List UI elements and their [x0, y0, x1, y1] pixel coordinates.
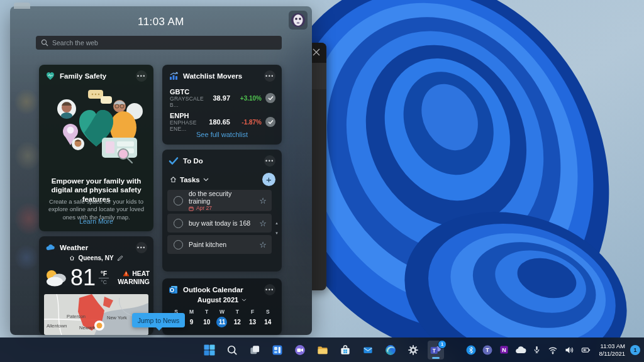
task-view-icon: [248, 344, 261, 356]
settings-button[interactable]: [405, 341, 421, 359]
weather-cloud-icon: [45, 243, 55, 253]
ticker-name: GRAYSCALE B...: [170, 96, 209, 108]
close-icon[interactable]: [312, 48, 321, 57]
ticker-price: 38.97: [213, 94, 230, 102]
avatar-image: [290, 12, 306, 28]
widgets-icon: [271, 344, 284, 356]
chat-button[interactable]: [292, 341, 308, 359]
family-safety-title: Family Safety: [60, 72, 106, 80]
ticker-change: +3.10%: [234, 95, 262, 102]
weather-alert[interactable]: HEAT WARNING: [118, 270, 150, 286]
calendar-date[interactable]: 12: [230, 316, 245, 328]
watchlist-check-icon[interactable]: [265, 117, 275, 127]
tray-date: 8/11/2021: [599, 350, 625, 358]
todo-check-icon: [169, 156, 179, 166]
clock-date-display[interactable]: 11:03 AM 8/11/2021: [599, 343, 625, 358]
calendar-date[interactable]: 9: [184, 316, 199, 328]
taskbar-search-button[interactable]: [224, 341, 240, 359]
wifi-icon[interactable]: [546, 342, 560, 358]
star-icon[interactable]: ☆: [259, 240, 267, 250]
map-label-newark: Newark: [79, 325, 96, 331]
mail-icon: [362, 344, 374, 356]
star-icon[interactable]: ☆: [259, 196, 267, 206]
battery-icon[interactable]: [579, 342, 592, 358]
store-button[interactable]: [337, 341, 353, 359]
profile-avatar[interactable]: [289, 11, 308, 30]
taskbar: T 1 T N: [0, 337, 644, 362]
map-label-paterson: Paterson: [67, 314, 86, 319]
task-item[interactable]: Paint kitchen ☆: [167, 235, 272, 254]
watchlist-chart-icon: [169, 71, 179, 81]
watchlist-title: Watchlist Movers: [183, 72, 242, 80]
chevron-down-icon: [203, 178, 209, 182]
temperature-value: 81: [70, 266, 96, 289]
todo-widget[interactable]: To Do Tasks + do the security training: [162, 150, 282, 272]
watchlist-widget[interactable]: Watchlist Movers GBTC GRAYSCALE B... 38.…: [162, 65, 282, 145]
watchlist-row-gbtc[interactable]: GBTC GRAYSCALE B... 38.97 +3.10%: [162, 86, 282, 110]
notification-center-badge[interactable]: 1: [630, 345, 640, 355]
more-options-button[interactable]: [264, 155, 275, 167]
task-due-date: Apr 27: [196, 206, 212, 212]
ticker-symbol: GBTC: [170, 88, 209, 96]
month-selector[interactable]: August 2021: [162, 296, 282, 304]
task-complete-checkbox[interactable]: [174, 219, 183, 228]
search-input[interactable]: [36, 36, 282, 50]
chat-camera-icon: [294, 344, 306, 356]
calendar-date[interactable]: 14: [260, 316, 275, 328]
watchlist-check-icon[interactable]: [265, 93, 275, 103]
see-full-watchlist-link[interactable]: See full watchlist: [162, 131, 282, 138]
task-item[interactable]: buy wait today is 168 ☆: [167, 214, 272, 233]
windows-start-icon: [203, 344, 216, 356]
edge-button[interactable]: [382, 341, 399, 359]
star-icon[interactable]: ☆: [259, 219, 267, 228]
task-complete-checkbox[interactable]: [174, 196, 183, 206]
chevron-down-icon: [242, 299, 247, 302]
microsoft-store-icon: [339, 344, 352, 356]
task-list-selector[interactable]: Tasks: [180, 176, 200, 184]
ticker-symbol: ENPH: [170, 112, 205, 119]
calendar-date-selected[interactable]: 11: [214, 316, 230, 328]
ticker-name: ENPHASE ENE...: [170, 119, 205, 132]
map-label-new-york: New York: [107, 315, 127, 321]
file-explorer-button[interactable]: [314, 341, 331, 359]
mail-button[interactable]: [360, 341, 376, 359]
unit-fahrenheit-toggle[interactable]: °F: [99, 270, 109, 278]
more-options-button[interactable]: [136, 242, 147, 253]
calendar-title: Outlook Calendar: [183, 286, 243, 293]
task-text: buy wait today is 168: [189, 219, 253, 227]
calendar-due-icon: [189, 206, 194, 211]
more-options-button[interactable]: [136, 70, 147, 82]
unit-celsius-toggle[interactable]: °C: [101, 278, 107, 285]
task-complete-checkbox[interactable]: [174, 240, 183, 250]
calendar-date[interactable]: 13: [245, 316, 260, 328]
family-safety-illustration: [49, 89, 143, 172]
onedrive-icon[interactable]: [513, 342, 527, 358]
family-safety-widget[interactable]: Family Safety: [39, 65, 153, 231]
svg-text:N: N: [502, 347, 506, 353]
partly-sunny-icon: [44, 269, 68, 287]
learn-more-link[interactable]: Learn More: [39, 217, 153, 225]
start-button[interactable]: [201, 341, 218, 359]
edit-pencil-icon[interactable]: [117, 255, 123, 261]
weather-location[interactable]: Queens, NY: [78, 255, 113, 261]
ticker-change: -1.87%: [234, 119, 262, 126]
task-text: do the security training: [189, 190, 231, 205]
microphone-icon[interactable]: [530, 342, 543, 358]
bluetooth-icon[interactable]: [464, 342, 478, 358]
add-task-button[interactable]: +: [262, 173, 275, 186]
volume-icon[interactable]: [562, 342, 576, 358]
more-options-button[interactable]: [264, 70, 275, 82]
map-label-allentown: Allentown: [47, 323, 67, 329]
widgets-button[interactable]: [269, 341, 286, 359]
month-label: August 2021: [197, 296, 238, 304]
todo-scrollbar[interactable]: ▲▼: [274, 219, 279, 238]
calendar-date[interactable]: 10: [199, 316, 214, 328]
teams-button[interactable]: T 1: [428, 341, 444, 359]
onenote-icon[interactable]: N: [497, 342, 511, 358]
teams-tray-icon[interactable]: T: [480, 342, 494, 358]
more-options-button[interactable]: [264, 284, 275, 295]
background-window-corner: [14, 3, 30, 9]
jump-to-news-button[interactable]: Jump to News: [132, 313, 185, 327]
task-view-button[interactable]: [247, 341, 263, 359]
task-item[interactable]: do the security training Apr 27 ☆: [167, 190, 272, 211]
